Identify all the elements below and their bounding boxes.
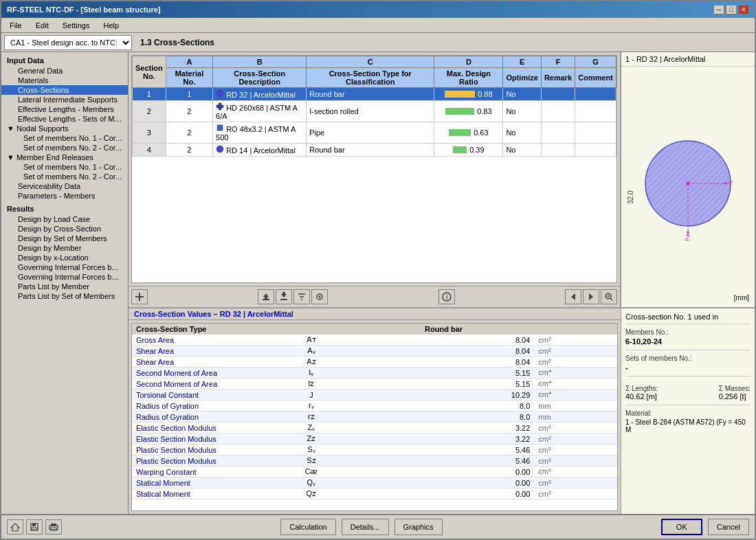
material-label: Material: — [625, 409, 751, 417]
prop-name: Statical Moment — [132, 477, 269, 488]
col-a-subheader: Material No. — [166, 68, 212, 88]
import-button[interactable] — [258, 289, 274, 304]
sidebar-item-parameters-members[interactable]: Parameters - Members — [1, 191, 128, 201]
forward-button[interactable] — [583, 289, 599, 304]
save-button[interactable] — [26, 519, 43, 535]
sidebar-item-governing-forces-s[interactable]: Governing Internal Forces by S... — [1, 272, 128, 282]
prop-unit: cm⁴ — [534, 379, 617, 390]
sidebar-item-set-2-rel[interactable]: Set of members No. 2 - Cor... — [1, 172, 128, 181]
prop-val: 0.00 — [353, 488, 535, 499]
svg-marker-10 — [281, 292, 287, 297]
svg-rect-38 — [32, 528, 37, 530]
sidebar-item-materials[interactable]: Materials — [1, 76, 128, 85]
back-button[interactable] — [565, 289, 581, 304]
calculation-button[interactable]: Calculation — [280, 519, 335, 535]
cs-values-table-container: Cross-Section Type Round bar Gross Area … — [131, 323, 618, 511]
sidebar-section-input: Input Data — [1, 55, 128, 66]
table-toolbar: i — [129, 286, 620, 307]
cell-comment — [575, 144, 616, 157]
menu-help[interactable]: Help — [98, 20, 124, 31]
expand-icon: ▼ — [7, 124, 16, 133]
sidebar-item-design-x-location[interactable]: Design by x-Location — [1, 253, 128, 262]
menu-file[interactable]: File — [4, 20, 27, 31]
svg-rect-37 — [32, 524, 36, 526]
sidebar-group-nodal-supports[interactable]: ▼ Nodal Supports — [1, 124, 128, 133]
sidebar-item-cross-sections[interactable]: Cross-Sections — [1, 85, 128, 95]
data-table-container: Section No. A B C D E F G — [131, 55, 617, 283]
sidebar-item-design-set-members[interactable]: Design by Set of Members — [1, 234, 128, 243]
prop-sym: Zᴢ — [269, 434, 353, 445]
prop-unit: mm — [534, 412, 617, 423]
export-button[interactable] — [276, 289, 292, 304]
prop-val: 8.04 — [353, 335, 535, 346]
cancel-button[interactable]: Cancel — [708, 519, 749, 535]
details-button[interactable]: Details... — [342, 519, 389, 535]
minimize-button[interactable]: ─ — [713, 5, 724, 14]
sidebar-item-general-data[interactable]: General Data — [1, 66, 128, 76]
ok-button[interactable]: OK — [661, 519, 702, 535]
prop-sym: Sᴢ — [269, 455, 353, 466]
prop-unit: cm² — [534, 346, 617, 357]
view-button[interactable] — [311, 289, 328, 304]
cell-optimize: No — [503, 101, 541, 122]
cs-unit-label: [mm] — [734, 294, 749, 302]
material-value: 1 - Steel B-284 (ASTM A572) (Fy = 450 M — [625, 418, 751, 434]
cs-values-container: Cross-Section Values – RD 32 | ArcelorMi… — [129, 308, 621, 514]
print-button[interactable] — [45, 519, 62, 535]
col-f-subheader: Remark — [541, 68, 575, 88]
cell-mat: 2 — [166, 144, 212, 157]
prop-sym: J — [269, 390, 353, 401]
home-button[interactable] — [7, 519, 23, 535]
sidebar-item-set-1-nodal[interactable]: Set of members No. 1 - Cor... — [1, 133, 128, 143]
cell-comment — [575, 101, 616, 122]
close-button[interactable]: ✕ — [738, 5, 749, 14]
prop-unit: cm⁴ — [534, 390, 617, 401]
sidebar-item-set-1-rel[interactable]: Set of members No. 1 - Cor... — [1, 162, 128, 172]
sidebar-item-governing-forces-m[interactable]: Governing Internal Forces by M... — [1, 262, 128, 272]
sidebar-item-lateral-supports[interactable]: Lateral Intermediate Supports — [1, 95, 128, 104]
filter-button[interactable] — [293, 289, 310, 304]
prop-sym: Zᵧ — [269, 423, 353, 434]
sidebar-item-design-load-case[interactable]: Design by Load Case — [1, 214, 128, 224]
cs-prop-row: Statical Moment Qᴢ 0.00 cm³ — [132, 488, 617, 499]
add-row-button[interactable] — [131, 289, 148, 304]
lengths-masses-row: Σ Lengths: 40.62 [m] Σ Masses: 0.256 [t] — [625, 381, 751, 401]
main-window: RF-STEEL NTC-DF - [Steel beam structure]… — [0, 0, 756, 540]
sidebar-item-serviceability[interactable]: Serviceability Data — [1, 181, 128, 191]
sets-label: Sets of members No.: — [625, 355, 751, 362]
cell-ratio: 0.63 — [434, 122, 503, 144]
svg-point-4 — [216, 146, 223, 153]
prop-val: 8.04 — [353, 357, 535, 368]
prop-val: 8.0 — [353, 401, 535, 412]
cell-remark — [541, 101, 575, 122]
sidebar-item-design-cross-section[interactable]: Design by Cross-Section — [1, 224, 128, 234]
sidebar-item-effective-sets[interactable]: Effective Lengths - Sets of Mem... — [1, 114, 128, 124]
menu-edit[interactable]: Edit — [30, 20, 54, 31]
maximize-button[interactable]: □ — [726, 5, 737, 14]
table-area: Section No. A B C D E F G — [129, 52, 621, 307]
sidebar-group-member-releases[interactable]: ▼ Member End Releases — [1, 153, 128, 162]
graphics-button[interactable]: Graphics — [394, 519, 443, 535]
prop-val: 3.22 — [353, 423, 535, 434]
design-case-dropdown[interactable]: CA1 - Steel design acc. to NTC: — [4, 35, 132, 50]
cell-no: 1 — [133, 88, 166, 101]
cell-remark — [541, 88, 575, 101]
prop-name: Plastic Section Modulus — [132, 455, 269, 466]
info-button[interactable]: i — [438, 289, 455, 304]
prop-val: 3.22 — [353, 434, 535, 445]
cs-type-value: Round bar — [353, 324, 535, 335]
table-row[interactable]: 2 2 HD 260x68 | ASTM A 6/A I-section rol… — [133, 101, 616, 122]
dim-label-y: 32.0 — [627, 191, 634, 204]
prop-name: Radius of Gyration — [132, 412, 269, 423]
prop-unit: cm³ — [534, 455, 617, 466]
sidebar-item-set-2-nodal[interactable]: Set of members No. 2 - Cor... — [1, 143, 128, 153]
menu-settings[interactable]: Settings — [57, 20, 96, 31]
table-row[interactable]: 3 2 RO 48x3.2 | ASTM A 500 Pipe 0.63 No — [133, 122, 616, 144]
zoom-button[interactable] — [601, 289, 617, 304]
sidebar-item-effective-members[interactable]: Effective Lengths - Members — [1, 104, 128, 114]
sidebar-item-parts-list-member[interactable]: Parts List by Member — [1, 282, 128, 291]
sidebar-item-parts-list-set[interactable]: Parts List by Set of Members — [1, 291, 128, 301]
sidebar-item-design-member[interactable]: Design by Member — [1, 243, 128, 253]
table-row[interactable]: 1 1 RD 32 | ArcelorMittal Round bar 0.88… — [133, 88, 616, 101]
table-row[interactable]: 4 2 RD 14 | ArcelorMittal Round bar 0.39… — [133, 144, 616, 157]
